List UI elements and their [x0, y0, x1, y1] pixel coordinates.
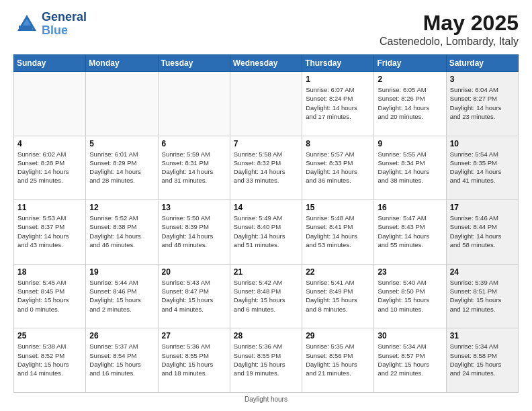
- day-info: Sunrise: 6:05 AM Sunset: 8:26 PM Dayligh…: [378, 85, 442, 121]
- day-number: 24: [450, 267, 515, 277]
- day-number: 22: [306, 267, 370, 277]
- day-number: 1: [306, 75, 370, 84]
- page: General Blue May 2025 Castenedolo, Lomba…: [0, 0, 532, 411]
- day-info: Sunrise: 6:04 AM Sunset: 8:27 PM Dayligh…: [450, 85, 515, 121]
- day-info: Sunrise: 5:57 AM Sunset: 8:33 PM Dayligh…: [306, 150, 370, 185]
- calendar-cell: 26Sunrise: 5:37 AM Sunset: 8:54 PM Dayli…: [86, 328, 158, 393]
- svg-rect-2: [19, 26, 32, 31]
- calendar-cell: 16Sunrise: 5:47 AM Sunset: 8:43 PM Dayli…: [374, 200, 446, 265]
- calendar-cell: 11Sunrise: 5:53 AM Sunset: 8:37 PM Dayli…: [14, 200, 86, 265]
- logo: General Blue: [13, 11, 87, 38]
- week-row-3: 18Sunrise: 5:45 AM Sunset: 8:45 PM Dayli…: [14, 264, 519, 328]
- day-number: 2: [378, 75, 442, 84]
- week-row-2: 11Sunrise: 5:53 AM Sunset: 8:37 PM Dayli…: [14, 200, 519, 265]
- day-number: 26: [89, 331, 154, 340]
- calendar-cell: 28Sunrise: 5:36 AM Sunset: 8:55 PM Dayli…: [230, 328, 302, 393]
- calendar-cell: 27Sunrise: 5:36 AM Sunset: 8:55 PM Dayli…: [158, 328, 230, 393]
- calendar-cell: 20Sunrise: 5:43 AM Sunset: 8:47 PM Dayli…: [158, 264, 230, 328]
- calendar-cell: 17Sunrise: 5:46 AM Sunset: 8:44 PM Dayli…: [446, 200, 518, 265]
- day-info: Sunrise: 6:01 AM Sunset: 8:29 PM Dayligh…: [89, 150, 154, 185]
- calendar-cell: 12Sunrise: 5:52 AM Sunset: 8:38 PM Dayli…: [86, 200, 158, 265]
- calendar-cell: 13Sunrise: 5:50 AM Sunset: 8:39 PM Dayli…: [158, 200, 230, 265]
- day-number: 12: [89, 203, 154, 212]
- calendar-header-row: SundayMondayTuesdayWednesdayThursdayFrid…: [14, 55, 519, 72]
- day-info: Sunrise: 5:47 AM Sunset: 8:43 PM Dayligh…: [378, 214, 442, 249]
- day-info: Sunrise: 5:48 AM Sunset: 8:41 PM Dayligh…: [306, 214, 370, 249]
- calendar-cell: 2Sunrise: 6:05 AM Sunset: 8:26 PM Daylig…: [374, 72, 446, 136]
- location-title: Castenedolo, Lombardy, Italy: [380, 36, 519, 48]
- day-number: 16: [378, 203, 442, 212]
- calendar-cell: 8Sunrise: 5:57 AM Sunset: 8:33 PM Daylig…: [302, 136, 374, 200]
- day-info: Sunrise: 5:34 AM Sunset: 8:58 PM Dayligh…: [450, 342, 515, 377]
- day-number: 23: [378, 267, 442, 277]
- day-info: Sunrise: 5:46 AM Sunset: 8:44 PM Dayligh…: [450, 214, 515, 249]
- day-info: Sunrise: 5:37 AM Sunset: 8:54 PM Dayligh…: [89, 342, 154, 377]
- day-info: Sunrise: 5:41 AM Sunset: 8:49 PM Dayligh…: [306, 278, 370, 314]
- day-info: Sunrise: 6:02 AM Sunset: 8:28 PM Dayligh…: [17, 150, 82, 185]
- day-info: Sunrise: 5:36 AM Sunset: 8:55 PM Dayligh…: [234, 342, 298, 377]
- day-info: Sunrise: 5:39 AM Sunset: 8:51 PM Dayligh…: [450, 278, 515, 314]
- calendar-cell: 3Sunrise: 6:04 AM Sunset: 8:27 PM Daylig…: [446, 72, 518, 136]
- day-info: Sunrise: 5:53 AM Sunset: 8:37 PM Dayligh…: [17, 214, 82, 249]
- logo-icon: [13, 12, 38, 36]
- day-info: Sunrise: 5:55 AM Sunset: 8:34 PM Dayligh…: [378, 150, 442, 185]
- calendar-cell: 5Sunrise: 6:01 AM Sunset: 8:29 PM Daylig…: [86, 136, 158, 200]
- calendar: SundayMondayTuesdayWednesdayThursdayFrid…: [13, 54, 519, 393]
- calendar-cell: 31Sunrise: 5:34 AM Sunset: 8:58 PM Dayli…: [446, 328, 518, 393]
- day-header-wednesday: Wednesday: [230, 55, 302, 72]
- day-number: 30: [378, 331, 442, 340]
- calendar-cell: 29Sunrise: 5:35 AM Sunset: 8:56 PM Dayli…: [302, 328, 374, 393]
- day-info: Sunrise: 5:42 AM Sunset: 8:48 PM Dayligh…: [234, 278, 298, 314]
- logo-line2: Blue: [42, 24, 87, 38]
- day-number: 8: [306, 139, 370, 148]
- calendar-cell: 25Sunrise: 5:38 AM Sunset: 8:52 PM Dayli…: [14, 328, 86, 393]
- day-number: 4: [17, 139, 82, 148]
- day-header-thursday: Thursday: [302, 55, 374, 72]
- calendar-cell: 21Sunrise: 5:42 AM Sunset: 8:48 PM Dayli…: [230, 264, 302, 328]
- header: General Blue May 2025 Castenedolo, Lomba…: [13, 11, 519, 48]
- day-info: Sunrise: 5:43 AM Sunset: 8:47 PM Dayligh…: [162, 278, 226, 314]
- calendar-cell: 4Sunrise: 6:02 AM Sunset: 8:28 PM Daylig…: [14, 136, 86, 200]
- day-number: 10: [450, 139, 515, 148]
- day-number: 14: [234, 203, 298, 212]
- week-row-4: 25Sunrise: 5:38 AM Sunset: 8:52 PM Dayli…: [14, 328, 519, 393]
- day-info: Sunrise: 5:40 AM Sunset: 8:50 PM Dayligh…: [378, 278, 442, 314]
- day-info: Sunrise: 6:07 AM Sunset: 8:24 PM Dayligh…: [306, 85, 370, 121]
- calendar-cell: 18Sunrise: 5:45 AM Sunset: 8:45 PM Dayli…: [14, 264, 86, 328]
- calendar-cell: [86, 72, 158, 136]
- day-number: 3: [450, 75, 515, 84]
- title-block: May 2025 Castenedolo, Lombardy, Italy: [380, 11, 519, 48]
- week-row-1: 4Sunrise: 6:02 AM Sunset: 8:28 PM Daylig…: [14, 136, 519, 200]
- day-number: 20: [162, 267, 226, 277]
- day-info: Sunrise: 5:52 AM Sunset: 8:38 PM Dayligh…: [89, 214, 154, 249]
- day-number: 17: [450, 203, 515, 212]
- logo-text: General Blue: [42, 11, 87, 38]
- day-info: Sunrise: 5:34 AM Sunset: 8:57 PM Dayligh…: [378, 342, 442, 377]
- day-number: 25: [17, 331, 82, 340]
- day-number: 6: [162, 139, 226, 148]
- day-number: 29: [306, 331, 370, 340]
- day-info: Sunrise: 5:50 AM Sunset: 8:39 PM Dayligh…: [162, 214, 226, 249]
- day-number: 7: [234, 139, 298, 148]
- calendar-cell: 22Sunrise: 5:41 AM Sunset: 8:49 PM Dayli…: [302, 264, 374, 328]
- day-header-monday: Monday: [86, 55, 158, 72]
- day-header-tuesday: Tuesday: [158, 55, 230, 72]
- calendar-cell: 19Sunrise: 5:44 AM Sunset: 8:46 PM Dayli…: [86, 264, 158, 328]
- calendar-cell: 24Sunrise: 5:39 AM Sunset: 8:51 PM Dayli…: [446, 264, 518, 328]
- week-row-0: 1Sunrise: 6:07 AM Sunset: 8:24 PM Daylig…: [14, 72, 519, 136]
- calendar-cell: 6Sunrise: 5:59 AM Sunset: 8:31 PM Daylig…: [158, 136, 230, 200]
- day-info: Sunrise: 5:44 AM Sunset: 8:46 PM Dayligh…: [89, 278, 154, 314]
- day-info: Sunrise: 5:38 AM Sunset: 8:52 PM Dayligh…: [17, 342, 82, 377]
- day-number: 15: [306, 203, 370, 212]
- day-number: 18: [17, 267, 82, 277]
- day-number: 21: [234, 267, 298, 277]
- day-number: 28: [234, 331, 298, 340]
- calendar-cell: 1Sunrise: 6:07 AM Sunset: 8:24 PM Daylig…: [302, 72, 374, 136]
- day-info: Sunrise: 5:49 AM Sunset: 8:40 PM Dayligh…: [234, 214, 298, 249]
- calendar-cell: 30Sunrise: 5:34 AM Sunset: 8:57 PM Dayli…: [374, 328, 446, 393]
- day-info: Sunrise: 5:59 AM Sunset: 8:31 PM Dayligh…: [162, 150, 226, 185]
- day-number: 11: [17, 203, 82, 212]
- calendar-cell: 15Sunrise: 5:48 AM Sunset: 8:41 PM Dayli…: [302, 200, 374, 265]
- day-number: 31: [450, 331, 515, 340]
- calendar-cell: [158, 72, 230, 136]
